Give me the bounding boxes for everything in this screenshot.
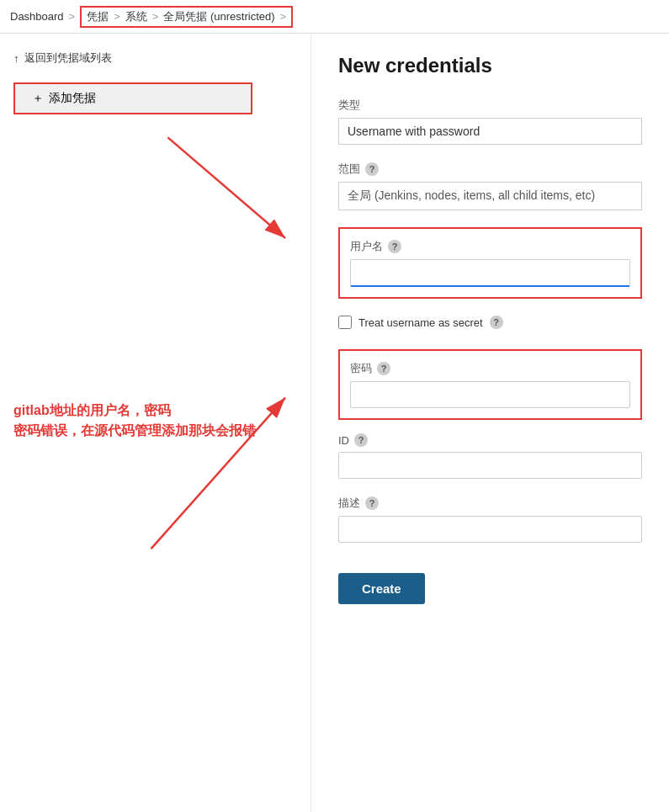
username-label: 用户名 ? [350,239,630,254]
sep3: > [152,10,159,23]
desc-label: 描述 ? [338,496,642,511]
breadcrumb-system[interactable]: 系统 [125,9,147,24]
sep4: > [280,10,287,23]
add-btn-label: 添加凭据 [49,91,96,106]
treat-username-row: Treat username as secret ? [338,312,642,332]
password-input[interactable] [350,381,630,408]
main-layout: ↑ 返回到凭据域列表 ＋ 添加凭据 gitlab地址的用户名，密码 密码错误，在… [0,34,669,812]
breadcrumb-global[interactable]: 全局凭据 (unrestricted) [163,9,274,24]
dashboard-link[interactable]: Dashboard [10,10,64,23]
id-group: ID ? [338,433,642,479]
page-title: New credentials [338,54,642,77]
id-label: ID ? [338,433,642,447]
id-input[interactable] [338,452,642,479]
content: New credentials 类型 Username with passwor… [311,34,669,812]
username-help-icon[interactable]: ? [388,240,401,253]
type-display: Username with password [338,118,642,145]
plus-icon: ＋ [32,91,44,106]
svg-line-2 [167,137,285,238]
create-button[interactable]: Create [338,573,425,604]
topbar: Dashboard > 凭据 > 系统 > 全局凭据 (unrestricted… [0,0,669,34]
username-highlight-box: 用户名 ? [338,227,642,299]
password-group: 密码 ? [350,361,630,408]
password-highlight-box: 密码 ? [338,349,642,420]
type-group: 类型 Username with password [338,98,642,145]
desc-input[interactable] [338,516,642,543]
annotation-block: gitlab地址的用户名，密码 密码错误，在源代码管理添加那块会报错 [13,401,297,441]
scope-group: 范围 ? 全局 (Jenkins, nodes, items, all chil… [338,162,642,210]
scope-display: 全局 (Jenkins, nodes, items, all child ite… [338,182,642,210]
password-help-icon[interactable]: ? [377,362,390,375]
add-btn-wrapper: ＋ 添加凭据 [13,82,252,114]
desc-group: 描述 ? [338,496,642,543]
breadcrumb-box: 凭据 > 系统 > 全局凭据 (unrestricted) > [80,6,293,28]
treat-username-label: Treat username as secret [358,316,483,329]
back-link-label: 返回到凭据域列表 [24,50,112,66]
add-credential-button[interactable]: ＋ 添加凭据 [15,84,251,113]
sep2: > [114,10,120,23]
annotation-line2: 密码错误，在源代码管理添加那块会报错 [13,421,297,441]
username-input[interactable] [350,259,630,287]
scope-label: 范围 ? [338,162,642,177]
username-group: 用户名 ? [350,239,630,287]
scope-help-icon[interactable]: ? [365,162,379,176]
desc-help-icon[interactable]: ? [365,496,379,510]
id-help-icon[interactable]: ? [354,433,368,447]
back-link[interactable]: ↑ 返回到凭据域列表 [13,50,297,66]
sidebar: ↑ 返回到凭据域列表 ＋ 添加凭据 gitlab地址的用户名，密码 密码错误，在… [0,34,311,812]
breadcrumb-credentials[interactable]: 凭据 [87,9,109,24]
treat-username-checkbox[interactable] [338,316,352,329]
annotation-line1: gitlab地址的用户名，密码 [13,401,297,421]
sep1: > [69,10,76,23]
password-label: 密码 ? [350,361,630,376]
arrow-up-icon: ↑ [13,52,19,65]
type-label: 类型 [338,98,642,113]
treat-username-help-icon[interactable]: ? [490,316,503,329]
